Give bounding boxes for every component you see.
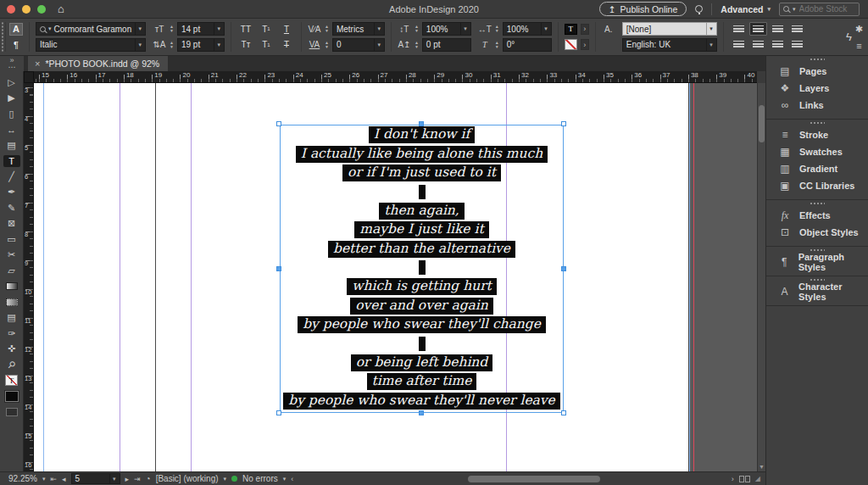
kerning-field[interactable]: Metrics ▾ (332, 22, 385, 36)
panel-grip[interactable] (0, 22, 6, 52)
last-page-button[interactable]: ⇥ (134, 475, 141, 483)
status-dropdown-icon[interactable]: ▾ (283, 476, 287, 482)
panel-tab-character-styles[interactable]: ACharacter Styles (766, 283, 868, 300)
dropdown-arrow-icon[interactable]: ▾ (214, 23, 220, 35)
dropdown-arrow-icon[interactable]: ▾ (706, 23, 713, 35)
stroke-flyout-arrow[interactable]: › (581, 39, 589, 50)
frame-handle-bottom-right[interactable] (561, 410, 566, 415)
frame-handle-bottom-center[interactable] (419, 410, 424, 415)
tracking-stepper[interactable]: ▲▼ (325, 41, 329, 49)
gap-tool[interactable]: ↔ (3, 124, 20, 136)
ruler-guide-cyan[interactable] (43, 83, 44, 471)
close-window-button[interactable] (7, 5, 15, 14)
poem-line[interactable]: or being left behind (351, 354, 493, 372)
all-caps-button[interactable]: TT (237, 23, 254, 36)
content-collector-tool[interactable]: ▤ (3, 139, 20, 151)
poem-line[interactable]: or if I'm just used to it (342, 164, 501, 182)
adobe-stock-search[interactable]: ▾ (779, 3, 860, 16)
font-size-field[interactable]: 14 pt ▾ (177, 22, 225, 36)
baseline-shift-field[interactable]: 0 pt (422, 38, 471, 52)
poem-line[interactable]: maybe I just like it (354, 220, 488, 239)
column-guide-dark[interactable] (155, 83, 156, 471)
horizontal-scrollbar-thumb[interactable] (468, 476, 600, 482)
superscript-button[interactable]: T1 (258, 23, 275, 36)
horizontal-scale-stepper[interactable]: ▲▼ (495, 25, 499, 33)
minimize-window-button[interactable] (22, 5, 31, 14)
panel-settings-gear-icon[interactable]: ✱ (855, 24, 863, 35)
fill-proxy[interactable] (3, 390, 20, 402)
justify-left-button[interactable] (730, 38, 748, 52)
direct-selection-tool[interactable]: ▶ (3, 92, 20, 104)
spread-view-icon[interactable] (739, 476, 750, 482)
preflight-status[interactable]: No errors (242, 474, 278, 483)
document-canvas[interactable]: I don't know ifI actually like being alo… (34, 83, 757, 471)
frame-handle-mid-left[interactable] (276, 266, 281, 271)
stroke-color-swatch[interactable] (565, 39, 577, 50)
margin-guide-purple[interactable] (120, 83, 120, 471)
fill-color-swatch[interactable]: T (565, 24, 577, 35)
underline-button[interactable]: T (278, 23, 295, 36)
ruler-guide-cyan[interactable] (689, 83, 690, 471)
character-formatting-button[interactable]: A (9, 23, 23, 36)
vertical-scale-field[interactable]: 100% ▾ (422, 22, 471, 36)
horizontal-ruler[interactable]: 1516171819202122232425262728293031323334… (34, 71, 757, 83)
frame-handle-top-left[interactable] (276, 121, 281, 126)
vertical-scrollbar[interactable]: ▼ (757, 83, 765, 471)
scroll-right-arrow-icon[interactable]: › (732, 475, 734, 483)
dropdown-arrow-icon[interactable]: ▾ (541, 23, 548, 35)
vertical-scrollbar-thumb[interactable] (759, 105, 765, 142)
gradient-swatch-tool[interactable] (3, 281, 20, 293)
poem-line[interactable]: then again, (379, 202, 465, 220)
stock-search-input[interactable] (799, 4, 859, 14)
panel-tab-gradient[interactable]: ▥Gradient (766, 160, 868, 177)
home-icon[interactable]: ⌂ (58, 3, 64, 15)
learn-bulb-icon[interactable] (695, 5, 703, 13)
panel-tab-cc-libraries[interactable]: ▣CC Libraries (766, 177, 868, 194)
paragraph-formatting-button[interactable]: ¶ (9, 38, 23, 51)
kerning-stepper[interactable]: ▲▼ (325, 25, 329, 33)
screen-mode-button[interactable] (3, 406, 20, 418)
leading-field[interactable]: 19 pt ▾ (177, 38, 225, 52)
first-page-button[interactable]: ⇤ (50, 475, 57, 483)
frame-handle-top-center[interactable] (419, 121, 424, 126)
justify-last-left-button[interactable] (788, 22, 806, 36)
dropdown-arrow-icon[interactable]: ▾ (374, 39, 381, 51)
skew-field[interactable]: 0° (503, 38, 552, 52)
page-number-field[interactable]: 5 ▾ (71, 473, 120, 484)
vertical-scale-stepper[interactable]: ▲▼ (415, 25, 419, 33)
panel-group-grip[interactable] (766, 120, 868, 126)
font-family-combo[interactable]: ▾ Cormorant Garamon ▾ (36, 22, 146, 36)
panel-tab-effects[interactable]: fxEffects (766, 207, 868, 224)
next-page-button[interactable]: ▸ (125, 475, 130, 483)
baseline-shift-stepper[interactable]: ▲▼ (415, 41, 419, 49)
ruler-origin-box[interactable] (24, 71, 34, 83)
strikethrough-button[interactable]: T (278, 38, 295, 51)
poem-line[interactable]: which is getting hurt (347, 277, 497, 296)
language-combo[interactable]: English: UK ▾ (622, 38, 717, 52)
dropdown-arrow-icon[interactable]: ▾ (374, 23, 381, 35)
preflight-dropdown-icon[interactable]: ▾ (224, 476, 227, 482)
note-tool[interactable]: ▤ (3, 312, 20, 324)
zoom-tool[interactable]: ⚲ (1, 354, 21, 375)
skew-stepper[interactable]: ▲▼ (495, 41, 499, 49)
gradient-feather-tool[interactable] (3, 296, 20, 308)
eyedropper-tool[interactable]: ✑ (3, 327, 20, 339)
panel-group-grip[interactable] (766, 56, 868, 63)
scissors-tool[interactable]: ✂ (3, 249, 20, 261)
panel-tab-paragraph-styles[interactable]: ¶Paragraph Styles (766, 254, 868, 270)
workspace-switcher[interactable]: Advanced ▾ (721, 4, 771, 14)
rectangle-tool[interactable]: ▭ (3, 233, 20, 245)
justify-all-button[interactable] (788, 38, 806, 52)
poem-line[interactable]: by people who swear they'll change (298, 315, 546, 334)
hand-tool[interactable]: ✜ (3, 343, 20, 355)
document-tab[interactable]: × *PHOTO BOOK.indd @ 92% (28, 56, 168, 71)
frame-handle-top-right[interactable] (561, 121, 566, 126)
frame-handle-mid-right[interactable] (561, 266, 566, 271)
line-tool[interactable]: ╱ (3, 170, 20, 182)
poem-line[interactable]: over and over again (350, 297, 493, 315)
panel-tab-pages[interactable]: ▤Pages (766, 63, 868, 80)
horizontal-scrollbar[interactable] (298, 474, 726, 484)
vertical-ruler[interactable]: 345678910111213141516 (24, 83, 34, 471)
fill-text-swatch[interactable]: T (3, 375, 20, 387)
dropdown-arrow-icon[interactable]: ▾ (706, 39, 713, 51)
